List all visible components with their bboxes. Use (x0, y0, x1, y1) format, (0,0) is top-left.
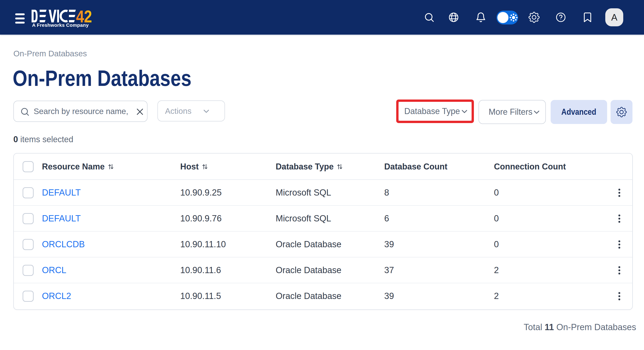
svg-text:42: 42 (76, 10, 92, 23)
